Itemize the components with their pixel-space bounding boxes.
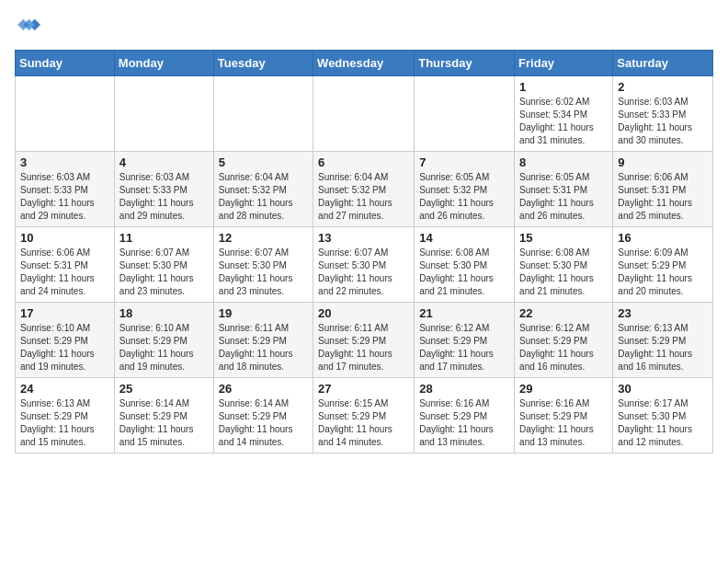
calendar-cell: 10Sunrise: 6:06 AM Sunset: 5:31 PM Dayli… — [16, 227, 115, 303]
logo-icon — [15, 15, 40, 40]
calendar-cell: 3Sunrise: 6:03 AM Sunset: 5:33 PM Daylig… — [16, 152, 115, 227]
weekday-header: Thursday — [415, 51, 515, 76]
calendar-cell: 18Sunrise: 6:10 AM Sunset: 5:29 PM Dayli… — [114, 303, 213, 378]
weekday-header: Saturday — [613, 51, 713, 76]
day-number: 26 — [219, 382, 308, 396]
calendar-cell — [313, 76, 415, 152]
day-info: Sunrise: 6:09 AM Sunset: 5:29 PM Dayligh… — [618, 247, 708, 298]
day-number: 1 — [519, 80, 608, 94]
weekday-header: Tuesday — [213, 51, 313, 76]
header — [15, 15, 713, 40]
day-number: 17 — [20, 306, 109, 320]
logo — [15, 15, 44, 40]
day-info: Sunrise: 6:03 AM Sunset: 5:33 PM Dayligh… — [618, 96, 708, 147]
calendar-header-row: SundayMondayTuesdayWednesdayThursdayFrid… — [16, 51, 713, 76]
day-number: 20 — [318, 306, 409, 320]
calendar-cell — [16, 76, 115, 152]
day-number: 7 — [419, 155, 509, 169]
calendar-cell: 24Sunrise: 6:13 AM Sunset: 5:29 PM Dayli… — [16, 378, 115, 454]
day-info: Sunrise: 6:02 AM Sunset: 5:34 PM Dayligh… — [519, 96, 608, 147]
day-info: Sunrise: 6:03 AM Sunset: 5:33 PM Dayligh… — [119, 171, 209, 223]
day-info: Sunrise: 6:12 AM Sunset: 5:29 PM Dayligh… — [519, 322, 608, 373]
calendar-cell — [114, 76, 213, 152]
calendar-week-row: 3Sunrise: 6:03 AM Sunset: 5:33 PM Daylig… — [16, 152, 713, 227]
day-info: Sunrise: 6:16 AM Sunset: 5:29 PM Dayligh… — [419, 397, 509, 449]
day-info: Sunrise: 6:14 AM Sunset: 5:29 PM Dayligh… — [119, 397, 209, 449]
calendar-cell: 5Sunrise: 6:04 AM Sunset: 5:32 PM Daylig… — [213, 152, 313, 227]
weekday-header: Monday — [114, 51, 213, 76]
day-number: 4 — [119, 155, 209, 169]
day-info: Sunrise: 6:08 AM Sunset: 5:30 PM Dayligh… — [419, 247, 509, 298]
day-number: 27 — [318, 382, 409, 396]
day-number: 29 — [519, 382, 608, 396]
day-info: Sunrise: 6:10 AM Sunset: 5:29 PM Dayligh… — [119, 322, 209, 373]
day-info: Sunrise: 6:15 AM Sunset: 5:29 PM Dayligh… — [318, 397, 409, 449]
calendar-cell — [213, 76, 313, 152]
weekday-header: Friday — [515, 51, 613, 76]
day-number: 5 — [219, 155, 308, 169]
day-number: 30 — [618, 382, 708, 396]
day-info: Sunrise: 6:16 AM Sunset: 5:29 PM Dayligh… — [519, 397, 608, 449]
calendar-cell: 4Sunrise: 6:03 AM Sunset: 5:33 PM Daylig… — [114, 152, 213, 227]
calendar-cell: 9Sunrise: 6:06 AM Sunset: 5:31 PM Daylig… — [613, 152, 713, 227]
calendar-table: SundayMondayTuesdayWednesdayThursdayFrid… — [15, 50, 713, 454]
calendar-cell: 17Sunrise: 6:10 AM Sunset: 5:29 PM Dayli… — [16, 303, 115, 378]
calendar-week-row: 1Sunrise: 6:02 AM Sunset: 5:34 PM Daylig… — [16, 76, 713, 152]
calendar-cell: 2Sunrise: 6:03 AM Sunset: 5:33 PM Daylig… — [613, 76, 713, 152]
day-info: Sunrise: 6:13 AM Sunset: 5:29 PM Dayligh… — [618, 322, 708, 373]
day-number: 14 — [419, 231, 509, 245]
calendar-cell: 30Sunrise: 6:17 AM Sunset: 5:30 PM Dayli… — [613, 378, 713, 454]
calendar-cell: 13Sunrise: 6:07 AM Sunset: 5:30 PM Dayli… — [313, 227, 415, 303]
day-number: 11 — [119, 231, 209, 245]
day-number: 19 — [219, 306, 308, 320]
calendar-cell: 1Sunrise: 6:02 AM Sunset: 5:34 PM Daylig… — [515, 76, 613, 152]
calendar-cell: 20Sunrise: 6:11 AM Sunset: 5:29 PM Dayli… — [313, 303, 415, 378]
calendar-week-row: 24Sunrise: 6:13 AM Sunset: 5:29 PM Dayli… — [16, 378, 713, 454]
day-info: Sunrise: 6:14 AM Sunset: 5:29 PM Dayligh… — [219, 397, 308, 449]
calendar-cell: 8Sunrise: 6:05 AM Sunset: 5:31 PM Daylig… — [515, 152, 613, 227]
day-info: Sunrise: 6:07 AM Sunset: 5:30 PM Dayligh… — [119, 247, 209, 298]
day-number: 23 — [618, 306, 708, 320]
day-number: 28 — [419, 382, 509, 396]
calendar-cell: 6Sunrise: 6:04 AM Sunset: 5:32 PM Daylig… — [313, 152, 415, 227]
day-info: Sunrise: 6:03 AM Sunset: 5:33 PM Dayligh… — [20, 171, 109, 223]
day-number: 9 — [618, 155, 708, 169]
day-number: 16 — [618, 231, 708, 245]
calendar-cell: 25Sunrise: 6:14 AM Sunset: 5:29 PM Dayli… — [114, 378, 213, 454]
day-info: Sunrise: 6:06 AM Sunset: 5:31 PM Dayligh… — [618, 171, 708, 223]
page: SundayMondayTuesdayWednesdayThursdayFrid… — [0, 0, 728, 468]
day-number: 6 — [318, 155, 409, 169]
day-number: 24 — [20, 382, 109, 396]
calendar-cell: 27Sunrise: 6:15 AM Sunset: 5:29 PM Dayli… — [313, 378, 415, 454]
day-info: Sunrise: 6:04 AM Sunset: 5:32 PM Dayligh… — [219, 171, 308, 223]
day-info: Sunrise: 6:07 AM Sunset: 5:30 PM Dayligh… — [318, 247, 409, 298]
day-number: 3 — [20, 155, 109, 169]
day-number: 10 — [20, 231, 109, 245]
day-number: 2 — [618, 80, 708, 94]
calendar-cell: 12Sunrise: 6:07 AM Sunset: 5:30 PM Dayli… — [213, 227, 313, 303]
weekday-header: Sunday — [16, 51, 115, 76]
day-number: 18 — [119, 306, 209, 320]
calendar-cell: 11Sunrise: 6:07 AM Sunset: 5:30 PM Dayli… — [114, 227, 213, 303]
day-number: 8 — [519, 155, 608, 169]
calendar-cell: 29Sunrise: 6:16 AM Sunset: 5:29 PM Dayli… — [515, 378, 613, 454]
day-info: Sunrise: 6:11 AM Sunset: 5:29 PM Dayligh… — [318, 322, 409, 373]
day-number: 25 — [119, 382, 209, 396]
day-info: Sunrise: 6:12 AM Sunset: 5:29 PM Dayligh… — [419, 322, 509, 373]
calendar-week-row: 10Sunrise: 6:06 AM Sunset: 5:31 PM Dayli… — [16, 227, 713, 303]
calendar-cell: 21Sunrise: 6:12 AM Sunset: 5:29 PM Dayli… — [415, 303, 515, 378]
day-info: Sunrise: 6:05 AM Sunset: 5:31 PM Dayligh… — [519, 171, 608, 223]
day-number: 12 — [219, 231, 308, 245]
calendar-cell: 16Sunrise: 6:09 AM Sunset: 5:29 PM Dayli… — [613, 227, 713, 303]
calendar-cell: 22Sunrise: 6:12 AM Sunset: 5:29 PM Dayli… — [515, 303, 613, 378]
calendar-cell — [415, 76, 515, 152]
calendar-cell: 28Sunrise: 6:16 AM Sunset: 5:29 PM Dayli… — [415, 378, 515, 454]
day-info: Sunrise: 6:05 AM Sunset: 5:32 PM Dayligh… — [419, 171, 509, 223]
day-number: 21 — [419, 306, 509, 320]
day-info: Sunrise: 6:07 AM Sunset: 5:30 PM Dayligh… — [219, 247, 308, 298]
day-info: Sunrise: 6:10 AM Sunset: 5:29 PM Dayligh… — [20, 322, 109, 373]
calendar-week-row: 17Sunrise: 6:10 AM Sunset: 5:29 PM Dayli… — [16, 303, 713, 378]
calendar-cell: 14Sunrise: 6:08 AM Sunset: 5:30 PM Dayli… — [415, 227, 515, 303]
day-info: Sunrise: 6:11 AM Sunset: 5:29 PM Dayligh… — [219, 322, 308, 373]
day-info: Sunrise: 6:13 AM Sunset: 5:29 PM Dayligh… — [20, 397, 109, 449]
